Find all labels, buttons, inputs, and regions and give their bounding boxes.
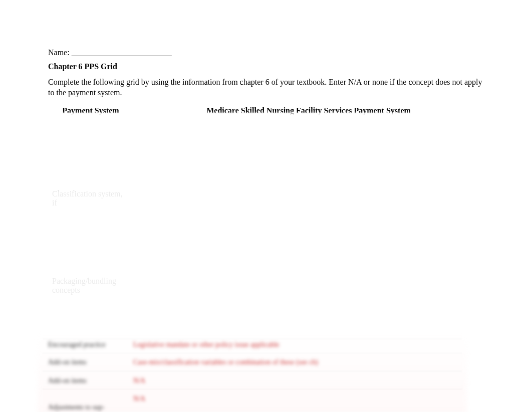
obscured-value: N/A xyxy=(133,377,145,385)
instructions-text: Complete the following grid by using the… xyxy=(48,77,484,98)
obscured-row: N/A xyxy=(48,395,145,403)
obscured-row: Add-on items N/A xyxy=(48,377,145,385)
obscured-label xyxy=(48,395,133,403)
obscured-label: Encouraged practice xyxy=(48,341,133,349)
obscured-row: Add-on items Case-mix/classification var… xyxy=(48,358,318,366)
obscured-row: Adjustments to sup- xyxy=(48,403,133,411)
obscured-row: Encouraged practice Legislative mandate … xyxy=(48,341,280,349)
obscured-label: Add-on items xyxy=(48,377,133,385)
obscured-value: Case-mix/classification variables or com… xyxy=(133,358,318,366)
obscured-label: Add-on items xyxy=(48,358,133,366)
page-title: Chapter 6 PPS Grid xyxy=(48,62,484,71)
obscured-value: Legislative mandate or other policy issu… xyxy=(133,341,280,349)
blurred-region xyxy=(0,273,532,333)
obscured-value: N/A xyxy=(133,395,145,403)
obscured-label: Adjustments to sup- xyxy=(48,403,133,411)
name-label: Name: _________________________ xyxy=(48,48,484,57)
blurred-region xyxy=(0,113,532,180)
blurred-region xyxy=(0,189,532,255)
